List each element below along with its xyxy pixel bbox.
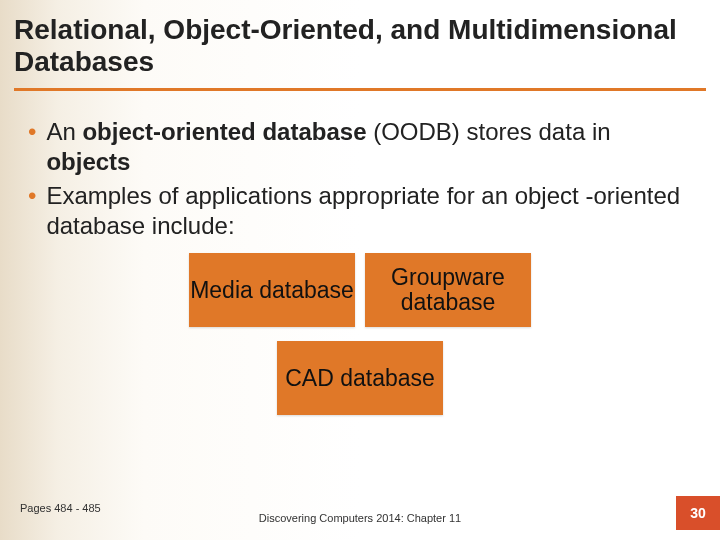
page-number-badge: 30 <box>676 496 720 530</box>
title-area: Relational, Object-Oriented, and Multidi… <box>0 0 720 84</box>
slide-title: Relational, Object-Oriented, and Multidi… <box>14 14 706 78</box>
bullet-item: • Examples of applications appropriate f… <box>28 181 692 241</box>
bullet-dot-icon: • <box>28 181 36 241</box>
bullet-dot-icon: • <box>28 117 36 177</box>
tile-groupware-database: Groupware database <box>365 253 531 327</box>
text-bold: object-oriented database <box>82 118 366 145</box>
pages-reference: Pages 484 - 485 <box>20 502 101 514</box>
tiles-group: Media database Groupware database CAD da… <box>28 253 692 415</box>
content-area: • An object-oriented database (OODB) sto… <box>0 91 720 415</box>
bullet-text: An object-oriented database (OODB) store… <box>46 117 692 177</box>
text-run: (OODB) stores data in <box>367 118 611 145</box>
tile-row: CAD database <box>277 341 443 415</box>
tile-cad-database: CAD database <box>277 341 443 415</box>
tile-row: Media database Groupware database <box>189 253 531 327</box>
text-run: An <box>46 118 82 145</box>
footer-source: Discovering Computers 2014: Chapter 11 <box>259 512 461 524</box>
tile-media-database: Media database <box>189 253 355 327</box>
footer: Pages 484 - 485 Discovering Computers 20… <box>0 500 720 530</box>
bullet-text: Examples of applications appropriate for… <box>46 181 692 241</box>
bullet-item: • An object-oriented database (OODB) sto… <box>28 117 692 177</box>
text-bold: objects <box>46 148 130 175</box>
